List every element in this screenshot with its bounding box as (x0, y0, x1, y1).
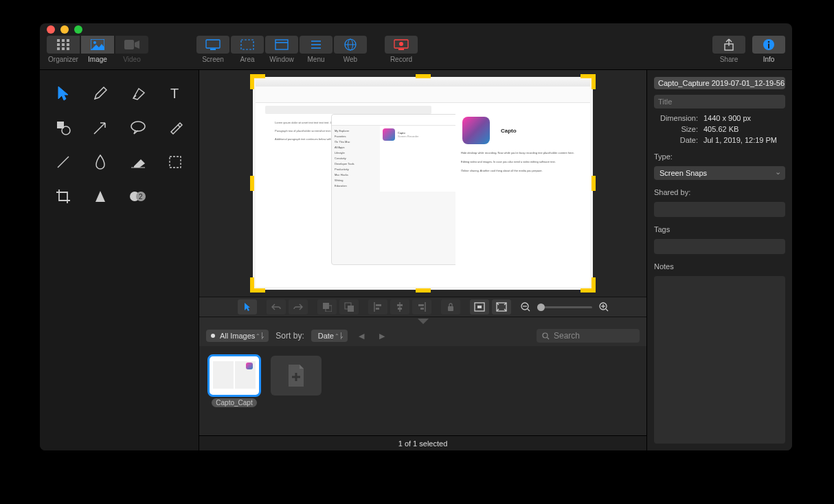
filter-bar: All Images⌃⌄ Sort by: Date⌃⌄ ◀ ▶ Search (199, 325, 646, 346)
titlebar (40, 23, 792, 36)
crop-handle[interactable] (250, 176, 254, 191)
canvas-area[interactable]: Lorem ipsum dolor sit amet text text tex… (199, 70, 646, 297)
lock-button[interactable] (441, 299, 460, 314)
share-icon (723, 38, 734, 51)
shared-by-field[interactable] (654, 202, 785, 217)
dimension-value: 1440 x 900 px (703, 114, 785, 122)
line-tool[interactable] (47, 148, 80, 176)
pencil-tool[interactable] (84, 80, 117, 107)
add-thumbnail[interactable] (271, 356, 322, 396)
canvas-controls (199, 297, 646, 317)
eraser-tool[interactable] (122, 148, 155, 176)
actual-size-button[interactable] (470, 299, 489, 314)
align-left-button[interactable] (368, 299, 387, 314)
area-button[interactable]: Area (231, 36, 264, 63)
tray-toggle[interactable] (199, 317, 646, 325)
svg-rect-13 (210, 49, 216, 50)
type-label: Type: (654, 152, 785, 161)
fit-button[interactable] (492, 299, 511, 314)
svg-rect-25 (398, 49, 404, 50)
sort-select[interactable]: Date⌃⌄ (311, 330, 348, 342)
svg-line-57 (528, 309, 530, 311)
search-field[interactable]: Search (537, 329, 640, 343)
marker-tool[interactable] (159, 114, 192, 141)
tool-palette: T 2 (40, 70, 199, 450)
metadata: Dimension: 1440 x 900 px Size: 405.62 KB… (654, 114, 785, 144)
selection-tool[interactable] (159, 148, 192, 176)
screen-icon (205, 39, 221, 50)
video-label: Video (123, 56, 140, 63)
align-right-button[interactable] (412, 299, 431, 314)
crop-handle[interactable] (591, 277, 596, 293)
record-button[interactable]: Record (385, 36, 418, 63)
send-backward-button[interactable] (339, 299, 359, 314)
next-arrow[interactable]: ▶ (375, 332, 389, 341)
pointer-tool[interactable] (47, 80, 80, 107)
zoom-dot[interactable] (74, 25, 82, 34)
info-button[interactable]: Info (752, 36, 785, 63)
tags-label: Tags (654, 225, 785, 233)
crop-handle[interactable] (416, 288, 431, 293)
svg-rect-5 (67, 43, 69, 46)
bring-forward-button[interactable] (317, 299, 337, 314)
crop-handle[interactable] (591, 74, 596, 89)
prev-arrow[interactable]: ◀ (354, 332, 368, 341)
title-field[interactable]: Title (654, 95, 785, 108)
svg-text:2: 2 (139, 193, 143, 201)
text-tool[interactable]: T (159, 80, 192, 107)
organizer-button[interactable]: Organizer (47, 36, 80, 63)
shapes-tool[interactable] (47, 114, 80, 141)
add-file-icon (286, 363, 306, 388)
blur-tool[interactable] (84, 148, 117, 176)
capture-group: Screen Area Window Menu Web (196, 36, 367, 63)
type-select[interactable]: Screen Snaps (654, 166, 785, 180)
window-button[interactable]: Window (265, 36, 298, 63)
minimize-dot[interactable] (60, 25, 69, 34)
svg-point-63 (543, 333, 548, 338)
pen-tool[interactable] (122, 80, 155, 107)
thumbnail-item[interactable]: Capto_Capt (209, 356, 260, 407)
callout-tool[interactable] (122, 114, 155, 141)
image-button[interactable]: Image (81, 36, 114, 63)
tags-field[interactable] (654, 239, 785, 254)
svg-line-34 (58, 157, 69, 168)
redo-button[interactable] (289, 299, 308, 314)
images-filter-select[interactable]: All Images⌃⌄ (206, 330, 269, 342)
zoom-slider[interactable] (537, 306, 592, 308)
zoom-out-icon[interactable] (521, 302, 530, 312)
sort-by-label: Sort by: (275, 331, 304, 341)
svg-rect-50 (418, 304, 424, 306)
screen-button[interactable]: Screen (196, 36, 229, 63)
crop-handle[interactable] (591, 176, 596, 191)
svg-rect-52 (448, 306, 453, 311)
filename-chip[interactable]: Capto_Capture 2019-07-01_12-19-56 (654, 77, 785, 89)
canvas-pointer-button[interactable] (238, 299, 257, 314)
align-center-button[interactable] (390, 299, 409, 314)
zoom-in-icon[interactable] (599, 302, 609, 312)
video-button[interactable]: Video (115, 36, 148, 63)
search-icon (542, 332, 550, 340)
svg-rect-6 (57, 47, 60, 50)
close-dot[interactable] (47, 25, 55, 34)
crop-handle[interactable] (416, 74, 431, 78)
menu-button[interactable]: Menu (300, 36, 333, 63)
size-value: 405.62 KB (703, 125, 785, 133)
shared-by-label: Shared by: (654, 188, 785, 196)
info-icon (763, 38, 775, 51)
web-button[interactable]: Web (334, 36, 367, 63)
crop-handle[interactable] (250, 277, 254, 293)
svg-rect-7 (62, 47, 65, 50)
area-icon (240, 39, 254, 50)
crop-tool[interactable] (47, 183, 80, 210)
step-tool[interactable]: 2 (122, 183, 155, 210)
undo-button[interactable] (267, 299, 286, 314)
svg-rect-1 (62, 39, 65, 42)
canvas[interactable]: Lorem ipsum dolor sit amet text text tex… (253, 77, 593, 290)
crop-handle[interactable] (250, 74, 254, 89)
menu-icon (310, 39, 322, 50)
share-button[interactable]: Share (712, 36, 745, 63)
arrow-tool[interactable] (84, 114, 117, 141)
spotlight-tool[interactable] (84, 183, 117, 210)
image-icon (91, 39, 104, 50)
notes-field[interactable] (654, 276, 785, 444)
